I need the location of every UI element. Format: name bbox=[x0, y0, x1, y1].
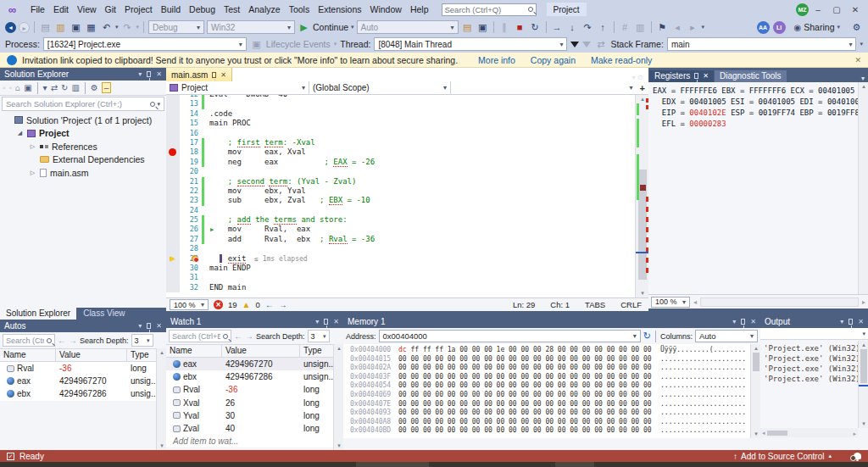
undo-icon[interactable]: ↶ bbox=[100, 22, 113, 33]
window-position-icon[interactable]: ▾ bbox=[138, 322, 142, 330]
output-title[interactable]: Output ▾ ✕ bbox=[760, 315, 868, 328]
pin-icon[interactable] bbox=[212, 72, 216, 78]
project-chip[interactable]: Project bbox=[547, 3, 587, 16]
disassembly-icon[interactable]: # bbox=[619, 22, 632, 32]
pin-icon[interactable] bbox=[741, 319, 745, 325]
memory-row[interactable]: 0x00404000dc ff ff ff 1a 00 00 00 1e 00 … bbox=[350, 346, 750, 355]
notification-link[interactable]: More info bbox=[478, 55, 515, 65]
search-forward-icon[interactable]: → bbox=[69, 336, 77, 345]
menu-tools[interactable]: Tools bbox=[285, 4, 314, 14]
watch-title[interactable]: Watch 1 ▾ ✕ bbox=[166, 315, 343, 328]
search-back-icon[interactable]: ← bbox=[58, 336, 66, 345]
sync-with-active-document-icon[interactable]: ⇄ bbox=[51, 83, 58, 92]
tree-item[interactable]: ◢Project bbox=[0, 127, 166, 141]
breakpoint-margin[interactable] bbox=[166, 138, 180, 147]
eol-indicator[interactable]: CRLF bbox=[620, 300, 642, 309]
continue-icon[interactable]: ▶ bbox=[298, 22, 310, 33]
memory-row[interactable]: 0x0040407E00 00 00 00 00 00 00 00 00 00 … bbox=[350, 400, 750, 409]
breakpoint-margin[interactable] bbox=[166, 196, 180, 205]
memory-row[interactable]: 0x004040BD00 00 00 00 00 00 00 00 00 00 … bbox=[350, 426, 750, 436]
output-scrollbar[interactable]: ▴▾ bbox=[858, 341, 868, 428]
search-depth-dropdown[interactable]: 3▾ bbox=[308, 330, 330, 342]
continue-label[interactable]: Continue bbox=[313, 22, 348, 32]
pin-icon[interactable] bbox=[694, 73, 698, 79]
code-text[interactable]: exit ≤ 1ms elapsed bbox=[209, 254, 635, 264]
variable-row[interactable]: ebx4294967286unsig... bbox=[0, 387, 166, 400]
tab-main-asm[interactable]: main.asm ✕ bbox=[166, 68, 232, 81]
breakpoint-margin[interactable] bbox=[166, 244, 180, 253]
properties-icon[interactable]: ⚙ bbox=[91, 83, 98, 92]
output-content[interactable]: 'Project.exe' (Win32): 'Project.exe' (Wi… bbox=[760, 341, 858, 428]
memory-scrollbar[interactable]: ▴▾ bbox=[750, 344, 760, 438]
code-text[interactable]: mov ebx, Yval bbox=[209, 186, 635, 196]
navigate-back-icon[interactable]: ◂ bbox=[5, 22, 16, 33]
menu-edit[interactable]: Edit bbox=[49, 4, 73, 14]
close-icon[interactable]: ✕ bbox=[858, 318, 864, 325]
expander-icon[interactable]: ▷ bbox=[29, 170, 36, 176]
memory-row[interactable]: 0x0040401500 00 00 00 00 00 00 00 00 00 … bbox=[350, 355, 750, 364]
autos-scrollbar[interactable]: ▴▾ bbox=[156, 348, 166, 450]
undo-group-icon[interactable]: ▥ bbox=[634, 22, 647, 33]
warning-icon[interactable]: ▲ bbox=[242, 300, 251, 309]
collapse-all-icon[interactable]: ▥ bbox=[71, 83, 79, 92]
code-text[interactable] bbox=[209, 99, 635, 108]
minimize-button[interactable]: – bbox=[809, 5, 827, 14]
menu-analyze[interactable]: Analyze bbox=[244, 4, 284, 14]
breakpoint-margin[interactable] bbox=[166, 206, 180, 215]
breakpoint-margin[interactable]: ► bbox=[166, 254, 180, 264]
zoom-dropdown[interactable]: 100 %▾ bbox=[651, 297, 690, 308]
code-text[interactable]: ▶ mov Rval, eax bbox=[209, 225, 635, 234]
breakpoint-margin[interactable] bbox=[166, 158, 180, 167]
code-text[interactable]: sub ebx, Zval ; EBX = -10 bbox=[209, 196, 635, 205]
new-file-icon[interactable]: ▤ bbox=[39, 22, 52, 33]
error-count[interactable]: 19 bbox=[228, 300, 237, 309]
platform-dropdown[interactable]: Win32▾ bbox=[207, 20, 295, 34]
breakpoint-margin[interactable] bbox=[166, 283, 180, 292]
step-over-icon[interactable]: ↷ bbox=[581, 22, 594, 33]
breakpoint-margin[interactable] bbox=[166, 129, 180, 138]
pin-icon[interactable] bbox=[147, 323, 151, 329]
code-text[interactable] bbox=[209, 206, 635, 215]
redo-icon[interactable]: ↷ bbox=[121, 22, 134, 33]
code-text[interactable]: ; add the terms and store: bbox=[209, 215, 635, 225]
code-text[interactable]: neg eax ; EAX = -26 bbox=[209, 158, 635, 167]
solution-config-dropdown[interactable]: Debug▾ bbox=[148, 20, 204, 34]
output-hscrollbar[interactable]: ◂ ▸ bbox=[760, 428, 858, 437]
tab-registers[interactable]: Registers ✕ bbox=[649, 70, 714, 82]
address-input[interactable]: 0x00404000▾ bbox=[379, 330, 641, 342]
variable-row[interactable]: ebx4294967286unsign... bbox=[166, 370, 343, 383]
notification-link[interactable]: Make read-only bbox=[591, 55, 652, 65]
tab-list-dropdown-icon[interactable]: ▾ ⚙ bbox=[632, 71, 648, 81]
breakpoint-margin[interactable] bbox=[166, 186, 180, 196]
search-back-icon[interactable]: ← bbox=[234, 331, 242, 341]
project-scope-dropdown[interactable]: Project▾ bbox=[166, 81, 309, 94]
variable-row[interactable]: Rval-36long bbox=[0, 362, 166, 375]
code-text[interactable]: ; second term: (Yval - Zval) bbox=[209, 177, 635, 186]
menu-project[interactable]: Project bbox=[120, 4, 157, 14]
breakpoint-margin[interactable] bbox=[166, 147, 180, 157]
tab-diagnostic-tools[interactable]: Diagnostic Tools bbox=[715, 70, 787, 82]
avatar[interactable]: MZ bbox=[796, 3, 809, 16]
code-text[interactable]: END main bbox=[209, 283, 635, 292]
watch-scrollbar[interactable]: ▴▾ bbox=[333, 344, 343, 450]
registers-content[interactable]: EAX = FFFFFFE6 EBX = FFFFFFF6 ECX = 0040… bbox=[648, 82, 858, 294]
maximize-button[interactable]: ▢ bbox=[827, 5, 846, 14]
back-icon[interactable]: ◦ bbox=[3, 83, 6, 92]
lifecycle-events-dropdown[interactable]: Lifecycle Events bbox=[266, 39, 331, 49]
close-icon[interactable]: ✕ bbox=[703, 72, 709, 80]
step-into-icon[interactable]: ↓ bbox=[566, 22, 579, 32]
memory-row[interactable]: 0x0040403F00 00 00 00 00 00 00 00 00 00 … bbox=[350, 373, 750, 382]
bookmark-icon[interactable]: ⚑ bbox=[656, 22, 669, 33]
tree-item[interactable]: ▷References bbox=[0, 140, 166, 153]
indent-indicator[interactable]: TABS bbox=[585, 300, 605, 309]
column-indicator[interactable]: Ch: 1 bbox=[550, 300, 570, 309]
code-text[interactable]: main ENDP bbox=[209, 264, 635, 273]
menu-test[interactable]: Test bbox=[220, 4, 244, 14]
thread-dropdown[interactable]: [8048] Main Thread▾ bbox=[374, 37, 567, 51]
variable-row[interactable]: eax4294967270unsign... bbox=[166, 358, 343, 370]
code-text[interactable] bbox=[209, 129, 635, 138]
window-position-icon[interactable]: ▾ bbox=[861, 75, 868, 82]
sharing-dropdown[interactable]: Sharing bbox=[804, 22, 834, 32]
code-text[interactable]: main PROC bbox=[209, 119, 635, 128]
autos-title[interactable]: Autos ▾ ✕ bbox=[0, 320, 166, 332]
